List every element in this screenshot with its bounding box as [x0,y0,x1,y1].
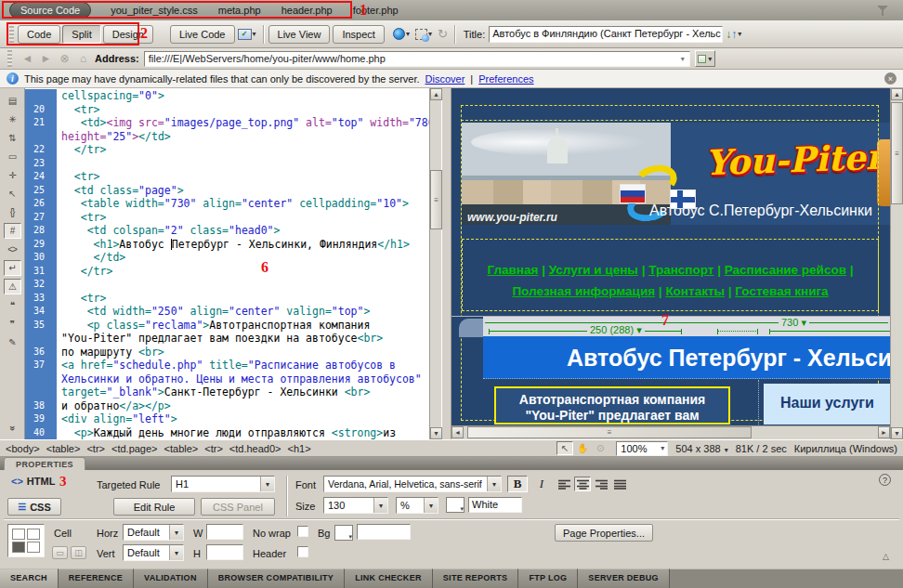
balance-braces-icon[interactable]: {} [4,204,21,220]
results-tab[interactable]: FTP LOG [518,568,578,588]
scroll-right-icon[interactable]: ► [878,426,890,438]
cell-height-input[interactable] [206,544,243,560]
scroll-up-icon[interactable]: ▲ [891,88,903,100]
format-source-code-icon[interactable]: ✎ [4,334,21,350]
nav-link[interactable]: Полезная информация [512,284,655,298]
promo-box[interactable]: Автотранспортная компания "You-Piter" пр… [494,386,730,425]
code-line[interactable]: 39<div align="left"> [25,412,429,426]
code-line[interactable]: 38и обратно</a></p> [25,399,429,413]
font-select[interactable]: Verdana, Arial, Helvetica, sans-serif ▾ [323,476,502,492]
bold-button[interactable]: B [507,476,528,492]
code-line[interactable]: 27 <tr> [25,211,429,225]
view-list-button[interactable]: ▾ [695,50,715,67]
address-dropdown-icon[interactable]: ▾ [676,55,689,63]
tag-selector-item[interactable]: <h1> [288,443,311,454]
results-tab[interactable]: LINK CHECKER [345,568,433,588]
addressbar-grip[interactable] [7,50,12,67]
code-line[interactable]: 37<a href="schedule.php" title="Расписан… [25,359,429,372]
filter-related-files-icon[interactable] [877,5,890,17]
design-hscroll-thumb[interactable]: ≡ [467,426,752,438]
nav-link[interactable]: Транспорт [648,263,713,277]
tag-selector-item[interactable]: <table> [46,443,81,454]
collapse-full-tag-icon[interactable]: ⇅ [4,130,21,146]
tag-selector-item[interactable]: <td.page> [111,443,158,454]
css-mode-button[interactable]: ☰ CSS [7,498,61,516]
code-line[interactable]: "You-Piter" предлагает вам поездки на ав… [25,332,429,346]
live-code-button[interactable]: Live Code [170,25,235,44]
highlight-invalid-code-icon[interactable]: <> [4,242,21,257]
code-line[interactable]: 35 <p class="reclama">Автотранспортная к… [25,319,429,333]
code-line[interactable]: 31 </tr> [25,265,429,279]
code-line[interactable]: 23 [25,157,429,171]
source-code-tab[interactable]: Source Code [9,2,91,19]
back-icon[interactable]: ◄ [20,52,34,65]
italic-button[interactable]: I [531,476,552,492]
split-divider[interactable] [441,88,452,439]
bg-color-input[interactable] [357,524,411,540]
cell-width-input[interactable] [206,524,243,540]
code-line[interactable]: 34 <td width="250" align="center" valign… [25,305,429,319]
results-tab[interactable]: SEARCH [0,568,59,588]
targeted-rule-select[interactable]: H1 ▾ [171,476,275,492]
code-line[interactable]: height="25"></td> [25,130,429,144]
tag-selector-item[interactable]: <tr> [86,443,105,454]
tag-selector-item[interactable]: <body> [6,443,40,454]
align-center-button[interactable] [574,477,591,491]
expand-all-icon[interactable]: ✛ [4,167,21,183]
file-transfer-button[interactable]: ↓ ↑ ▾ [723,25,744,44]
scroll-left-icon[interactable]: ◄ [452,426,464,438]
line-numbers-icon[interactable]: # [4,223,21,239]
discover-link[interactable]: Discover [425,73,465,85]
code-line[interactable]: target="_blank">Санкт-Петербург - Хельси… [25,385,429,399]
no-wrap-checkbox[interactable] [297,526,308,537]
related-file-tab[interactable]: meta.php [208,3,271,18]
scroll-down-icon[interactable]: ▼ [891,427,903,439]
tag-selector-item[interactable]: <td.head0> [229,443,281,454]
home-icon[interactable]: ⌂ [76,52,90,65]
table-width-menu-730[interactable]: 730 ▾ [779,317,809,329]
infobar-close-icon[interactable]: × [884,72,896,85]
code-view-button[interactable]: Code [18,25,60,44]
help-icon[interactable]: ? [879,474,891,486]
code-line[interactable]: 28 <td colspan="2" class="head0"> [25,224,429,238]
align-right-button[interactable] [593,477,609,491]
tag-selector-item[interactable]: <table> [164,443,199,454]
design-horizontal-scrollbar[interactable]: ◄ ≡ ► [452,425,890,439]
zoom-tool-icon[interactable]: ⊙ [592,441,609,455]
code-navigator-icon[interactable]: ✳ [4,111,21,127]
results-tab[interactable]: REFERENCE [59,568,134,588]
code-line[interactable]: 24 <tr> [25,170,429,184]
code-line[interactable]: 33 <tr> [25,292,429,306]
split-cell-icon[interactable]: ◫ [71,546,86,559]
size-select[interactable]: 130 ▾ [323,497,388,514]
edit-rule-button[interactable]: Edit Rule [113,498,195,516]
code-line[interactable]: 36по маршруту <br> [25,346,429,359]
code-line[interactable]: 32 [25,278,429,292]
refresh-design-view-button[interactable]: ↻ [435,25,451,44]
related-file-tab[interactable]: you_piter_style.css [100,3,208,18]
code-line[interactable]: cellspacing="0"> [25,89,429,103]
code-line[interactable]: 20 <tr> [25,103,429,117]
column-width-menu-250[interactable]: 250 (288) ▾ [587,324,645,336]
nav-link[interactable]: Гостевая книга [735,284,828,298]
select-parent-tag-icon[interactable]: ↖ [4,186,21,202]
address-input[interactable]: file:///E|/WebServers/home/you-piter/www… [144,51,690,67]
related-file-tab[interactable]: footer.php [343,3,409,18]
window-size-menu[interactable]: 504 x 388 ▾ [675,443,727,454]
nav-link[interactable]: Услуги и цены [549,263,638,277]
text-color-input[interactable]: White [468,497,522,513]
zoom-select[interactable]: 100% ▾ [616,441,668,456]
results-tab[interactable]: BROWSER COMPATIBILITY [208,568,345,588]
text-color-swatch[interactable]: ▾ [446,497,465,513]
related-file-tab[interactable]: header.php [271,3,343,18]
document-title-input[interactable]: Автобус в Финляндию (Санкт Петербург - Х… [489,26,723,43]
collapse-panel-icon[interactable]: △ [883,552,889,561]
check-browser-compatibility-button[interactable]: ▾ [412,25,435,44]
preferences-link[interactable]: Preferences [478,73,533,85]
code-line[interactable]: 25 <td class="page"> [25,184,429,198]
design-view[interactable]: You-Piter Автобус С.Петербург-Хельсинки … [452,88,890,439]
vert-select[interactable]: Default ▾ [123,544,184,561]
code-vertical-scrollbar[interactable]: ▲ ≡ ▼ [429,88,441,439]
apply-comment-icon[interactable]: ❝ [4,297,21,313]
code-line[interactable]: 22 </tr> [25,143,429,157]
